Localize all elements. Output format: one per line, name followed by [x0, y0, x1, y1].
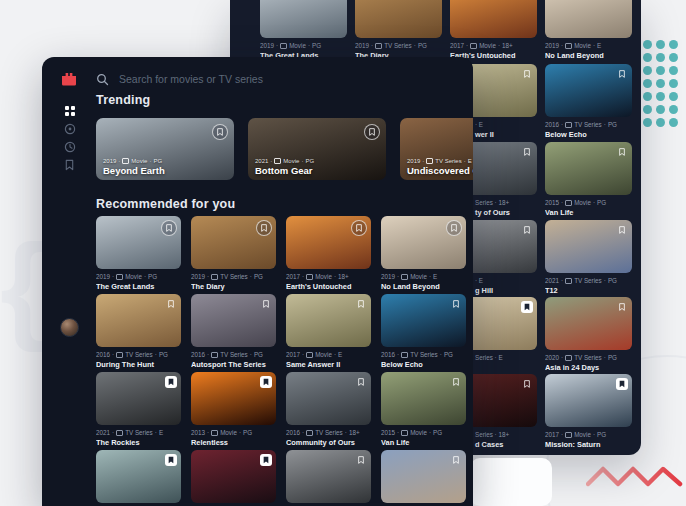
movie-card[interactable]: 2019·Movie·ENo Land Beyond	[381, 216, 466, 291]
grid-icon	[64, 105, 76, 117]
movie-card[interactable]: 2017·Movie·PGMission: Saturn	[545, 374, 632, 449]
card-meta: 2016·TV Series·18+	[286, 429, 371, 436]
movie-card[interactable]	[96, 450, 181, 503]
dot	[669, 66, 678, 75]
card-meta: 2016·TV Series·PG	[545, 121, 632, 128]
movie-card[interactable]: 2016·TV Series·PGAutosport The Series	[191, 294, 276, 369]
card-title: Van Life	[381, 438, 466, 447]
bookmark-button[interactable]	[521, 224, 533, 236]
card-thumbnail	[96, 216, 181, 269]
bookmark-button[interactable]	[450, 298, 462, 310]
movie-card[interactable]: 2016·TV Series·PGBelow Echo	[381, 294, 466, 369]
movie-card[interactable]: 2019·TV Series·PGThe Diary	[355, 0, 442, 60]
bookmark-icon	[262, 300, 270, 308]
card-thumbnail	[191, 372, 276, 425]
dot	[643, 92, 652, 101]
movie-card[interactable]	[381, 450, 466, 503]
card-thumbnail	[545, 64, 632, 117]
movie-card[interactable]: 2015·Movie·PGVan Life	[381, 372, 466, 447]
trending-card[interactable]: 2019·Movie·PGBeyond Earth	[96, 118, 234, 180]
dot	[643, 53, 652, 62]
app-logo[interactable]	[61, 72, 77, 86]
bookmark-button[interactable]	[616, 301, 628, 313]
bookmark-button[interactable]	[256, 220, 272, 236]
movie-card[interactable]	[191, 450, 276, 503]
dot	[656, 40, 665, 49]
bookmark-button[interactable]	[355, 376, 367, 388]
movie-card[interactable]: 2017·Movie·18+Earth's Untouched	[286, 216, 371, 291]
bookmark-button[interactable]	[450, 454, 462, 466]
movie-card[interactable]: 2015·Movie·PGVan Life	[545, 142, 632, 217]
bookmark-button[interactable]	[355, 454, 367, 466]
card-thumbnail	[191, 450, 276, 503]
movie-card[interactable]: 2017·Movie·ESame Answer II	[286, 294, 371, 369]
bookmark-button[interactable]	[260, 376, 272, 388]
card-thumbnail	[286, 372, 371, 425]
media-type-icon	[116, 430, 123, 436]
movie-card[interactable]: 2016·TV Series·PGBelow Echo	[545, 64, 632, 139]
card-meta: 2019·TV Series·PG	[191, 273, 276, 280]
bookmark-button[interactable]	[355, 298, 367, 310]
bookmark-button[interactable]	[165, 376, 177, 388]
bookmark-icon	[357, 378, 365, 386]
bookmark-button[interactable]	[521, 378, 533, 390]
bookmark-button[interactable]	[364, 124, 380, 140]
sidebar-item-discover[interactable]	[63, 122, 76, 135]
avatar[interactable]	[60, 318, 79, 337]
dot	[656, 79, 665, 88]
movie-card[interactable]	[286, 450, 371, 503]
bookmark-button[interactable]	[260, 454, 272, 466]
bookmark-button[interactable]	[165, 454, 177, 466]
movie-card[interactable]: 2019·TV Series·PGThe Diary	[191, 216, 276, 291]
dot	[669, 105, 678, 114]
movie-card[interactable]: 2021·TV Series·EThe Rockies	[96, 372, 181, 447]
card-meta: 2015·Movie·PG	[545, 199, 632, 206]
bookmark-button[interactable]	[212, 124, 228, 140]
trending-card[interactable]: 2021·Movie·PGBottom Gear	[248, 118, 386, 180]
card-title: Mission: Saturn	[545, 440, 632, 449]
movie-card[interactable]: 2016·TV Series·PGDuring The Hunt	[96, 294, 181, 369]
bookmark-icon	[216, 128, 224, 136]
movie-card[interactable]: 2017·Movie·18+Earth's Untouched	[450, 0, 537, 60]
movie-card[interactable]: 2016·TV Series·18+Community of Ours	[286, 372, 371, 447]
page: { 2019·Movie·PGThe Great Lands2019·TV Se…	[0, 0, 686, 506]
sidebar-item-browse[interactable]	[63, 104, 76, 117]
bookmark-button[interactable]	[616, 146, 628, 158]
bookmark-button[interactable]	[616, 68, 628, 80]
movie-card[interactable]: 2013·Movie·PGRelentless	[191, 372, 276, 447]
brace-decoration: {	[0, 218, 46, 354]
search-input[interactable]	[117, 72, 341, 86]
sidebar-item-recent[interactable]	[63, 140, 76, 153]
bookmark-button[interactable]	[161, 220, 177, 236]
media-type-icon	[211, 430, 218, 436]
bookmark-button[interactable]	[450, 376, 462, 388]
main-app-window: Trending 2019·Movie·PGBeyond Earth2021·M…	[42, 57, 473, 506]
card-title: During The Hunt	[96, 360, 181, 369]
bookmark-icon	[355, 224, 363, 232]
movie-card[interactable]: 2019·Movie·ENo Land Beyond	[545, 0, 632, 60]
bookmark-button[interactable]	[521, 68, 533, 80]
movie-card[interactable]: 2020·TV Series·PGAsia in 24 Days	[545, 297, 632, 372]
sidebar-item-bookmarks[interactable]	[63, 158, 76, 171]
bookmark-icon	[357, 300, 365, 308]
card-meta: 2015·Movie·PG	[381, 429, 466, 436]
bookmark-button[interactable]	[521, 301, 533, 313]
bookmark-button[interactable]	[351, 220, 367, 236]
bookmark-button[interactable]	[165, 298, 177, 310]
card-thumbnail	[286, 216, 371, 269]
movie-card[interactable]: 2019·Movie·PGThe Great Lands	[96, 216, 181, 291]
card-meta: 2017·Movie·PG	[545, 431, 632, 438]
movie-card[interactable]: 2021·TV Series·PGT12	[545, 220, 632, 295]
trending-card[interactable]: 2019·TV Series·EUndiscovered Cities	[400, 118, 473, 180]
bookmark-button[interactable]	[616, 378, 628, 390]
card-meta: 2019·Movie·E	[381, 273, 466, 280]
media-type-icon	[280, 43, 287, 49]
bookmark-button[interactable]	[446, 220, 462, 236]
bookmark-icon	[618, 226, 626, 234]
bookmark-button[interactable]	[616, 224, 628, 236]
bookmark-button[interactable]	[260, 298, 272, 310]
movie-card[interactable]: 2019·Movie·PGThe Great Lands	[260, 0, 347, 60]
bookmark-button[interactable]	[521, 146, 533, 158]
card-thumbnail	[191, 216, 276, 269]
card-thumbnail	[96, 450, 181, 503]
